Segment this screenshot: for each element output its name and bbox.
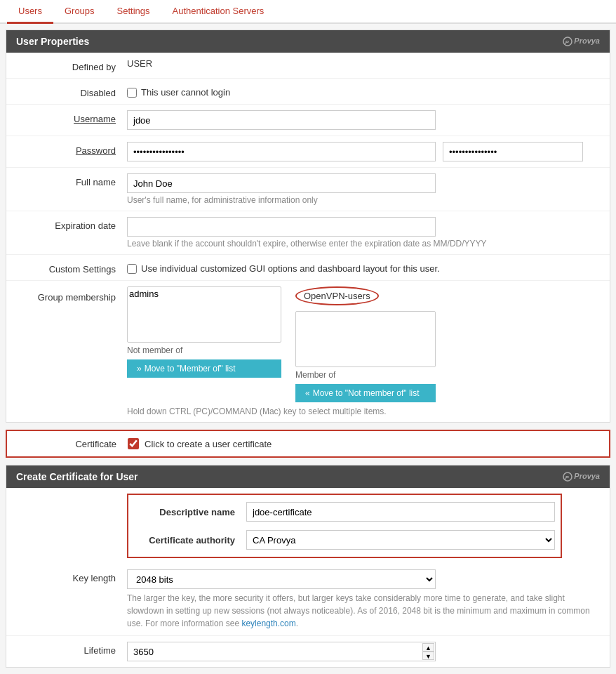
move-to-not-member-btn[interactable]: « Move to "Not member of" list: [295, 384, 436, 402]
username-row: Username: [6, 105, 610, 136]
lifetime-label: Lifetime: [15, 642, 127, 656]
hold-hint: Hold down CTRL (PC)/COMMAND (Mac) key to…: [127, 407, 601, 416]
tab-settings[interactable]: Settings: [106, 0, 161, 24]
custom-settings-label: Custom Settings: [15, 260, 127, 275]
cert-authority-select[interactable]: CA Provya: [246, 530, 555, 550]
user-properties-header: User Properties PProvya: [6, 30, 610, 53]
password-confirm-input[interactable]: [443, 142, 583, 161]
fullname-input[interactable]: [127, 173, 436, 193]
tab-users[interactable]: Users: [7, 0, 53, 24]
custom-settings-checkbox-label[interactable]: Use individual customized GUI options an…: [127, 260, 601, 274]
not-member-option-admins[interactable]: admins: [129, 289, 279, 300]
user-properties-title: User Properties: [16, 36, 89, 47]
expiration-input[interactable]: [127, 217, 436, 237]
fullname-hint: User's full name, for administrative inf…: [127, 195, 601, 205]
custom-settings-row: Custom Settings Use individual customize…: [6, 255, 610, 281]
tabs-bar: Users Groups Settings Authentication Ser…: [0, 0, 616, 24]
create-cert-brand: PProvya: [563, 472, 600, 482]
defined-by-row: Defined by USER: [6, 53, 610, 79]
keylength-link[interactable]: keylength.com: [241, 619, 295, 628]
certificate-checkbox[interactable]: [128, 438, 139, 449]
defined-by-label: Defined by: [15, 58, 127, 72]
group-membership-label: Group membership: [15, 286, 127, 303]
lifetime-up-btn[interactable]: ▲: [422, 643, 434, 652]
move-to-member-btn[interactable]: » Move to "Member of" list: [127, 359, 281, 378]
member-label: Member of: [295, 370, 436, 380]
password-input[interactable]: [127, 142, 436, 161]
lifetime-input[interactable]: [127, 642, 436, 661]
expiration-label: Expiration date: [15, 217, 127, 231]
fullname-label: Full name: [15, 173, 127, 187]
disabled-label: Disabled: [15, 84, 127, 98]
certificate-label: Certificate: [15, 439, 128, 449]
descriptive-name-input[interactable]: [246, 502, 555, 522]
custom-settings-checkbox[interactable]: [127, 264, 137, 274]
user-properties-section: User Properties PProvya Defined by USER …: [6, 29, 610, 423]
tab-auth-servers[interactable]: Authentication Servers: [161, 0, 276, 24]
not-member-select[interactable]: admins: [127, 286, 281, 343]
password-label: Password: [15, 142, 127, 156]
user-properties-brand: PProvya: [563, 37, 600, 46]
expiration-hint: Leave blank if the account shouldn't exp…: [127, 239, 601, 249]
cert-highlight-box: Descriptive name Certificate authority C…: [127, 494, 562, 558]
member-select[interactable]: [295, 311, 436, 367]
certificate-checkbox-area: Click to create a user certificate: [128, 438, 272, 449]
lifetime-down-btn[interactable]: ▼: [422, 652, 434, 660]
disabled-checkbox-text: This user cannot login: [141, 87, 230, 98]
descriptive-name-row: Descriptive name: [134, 498, 555, 526]
svg-text:P: P: [565, 39, 570, 46]
certificate-checkbox-text: Click to create a user certificate: [145, 439, 272, 449]
defined-by-value: USER: [127, 58, 601, 69]
disabled-checkbox-label[interactable]: This user cannot login: [127, 84, 601, 98]
lifetime-row: Lifetime ▲ ▼: [6, 636, 610, 667]
fullname-row: Full name User's full name, for administ…: [6, 168, 610, 211]
move-right-arrows: »: [137, 364, 142, 374]
disabled-row: Disabled This user cannot login: [6, 79, 610, 105]
create-cert-section: Create Certificate for User PProvya Desc…: [6, 465, 610, 668]
create-cert-title: Create Certificate for User: [16, 471, 138, 482]
username-label: Username: [15, 110, 127, 124]
descriptive-name-label: Descriptive name: [134, 507, 246, 517]
certificate-row: Certificate Click to create a user certi…: [6, 430, 610, 458]
expiration-row: Expiration date Leave blank if the accou…: [6, 211, 610, 255]
not-member-label: Not member of: [127, 345, 281, 355]
brand-icon: P: [563, 37, 573, 46]
cert-brand-icon: P: [563, 472, 573, 482]
lifetime-spinners: ▲ ▼: [422, 643, 434, 660]
cert-authority-label: Certificate authority: [134, 535, 246, 546]
password-row: Password: [6, 136, 610, 168]
custom-settings-text: Use individual customized GUI options an…: [141, 263, 440, 274]
key-length-hint: The larger the key, the more security it…: [127, 592, 601, 630]
openvpn-users-item: OpenVPN-users: [295, 286, 379, 305]
cert-authority-row: Certificate authority CA Provya: [134, 526, 555, 554]
key-length-select[interactable]: 2048 bits 4096 bits: [127, 569, 436, 589]
create-cert-header: Create Certificate for User PProvya: [6, 465, 610, 488]
disabled-checkbox[interactable]: [127, 88, 137, 98]
svg-text:P: P: [565, 475, 570, 481]
move-left-arrows: «: [305, 388, 310, 398]
key-length-label: Key length: [15, 569, 127, 583]
username-input[interactable]: [127, 110, 436, 130]
group-membership-row: Group membership admins Not member of » …: [6, 281, 610, 422]
tab-groups[interactable]: Groups: [53, 0, 106, 24]
key-length-row: Key length 2048 bits 4096 bits The large…: [6, 564, 610, 636]
